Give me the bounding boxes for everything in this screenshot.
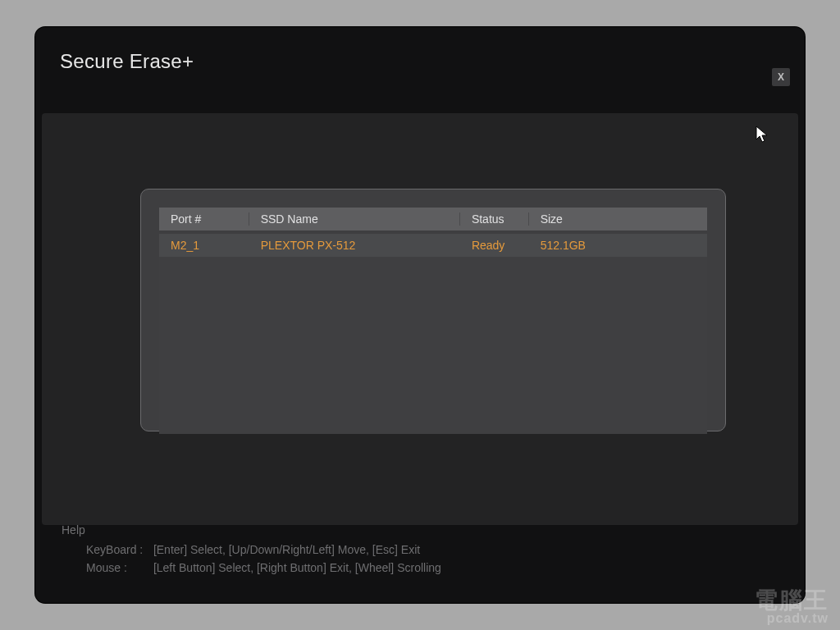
ssd-table-frame: Port # SSD Name Status Size M2_1 PLEXTOR… <box>140 189 726 431</box>
secure-erase-window: Secure Erase+ X Port # SSD Name Status S… <box>35 27 805 603</box>
ssd-table: Port # SSD Name Status Size M2_1 PLEXTOR… <box>159 208 707 434</box>
table-empty-area[interactable] <box>159 257 707 434</box>
col-header-status: Status <box>460 212 529 226</box>
table-row[interactable]: M2_1 PLEXTOR PX-512 Ready 512.1GB <box>159 234 707 257</box>
cell-status: Ready <box>460 239 529 252</box>
help-block: Help KeyBoard : [Enter] Select, [Up/Down… <box>62 521 441 577</box>
col-header-port: Port # <box>159 212 249 226</box>
watermark-line2: pcadv.tw <box>755 612 829 625</box>
help-keyboard-label: KeyBoard : <box>86 541 150 559</box>
table-header-row: Port # SSD Name Status Size <box>159 208 707 231</box>
close-icon: X <box>778 71 784 83</box>
cell-port: M2_1 <box>159 239 249 252</box>
help-mouse: Mouse : [Left Button] Select, [Right But… <box>62 559 441 577</box>
close-button[interactable]: X <box>772 68 790 86</box>
help-title: Help <box>62 521 441 539</box>
title-bar: Secure Erase+ X <box>35 27 805 84</box>
help-mouse-label: Mouse : <box>86 559 150 577</box>
col-header-size: Size <box>529 212 707 226</box>
help-keyboard-text: [Enter] Select, [Up/Down/Right/Left] Mov… <box>153 543 420 556</box>
content-panel: Port # SSD Name Status Size M2_1 PLEXTOR… <box>42 113 798 525</box>
col-header-ssd-name: SSD Name <box>249 212 460 226</box>
help-mouse-text: [Left Button] Select, [Right Button] Exi… <box>153 561 441 574</box>
window-title: Secure Erase+ <box>60 50 805 73</box>
cell-size: 512.1GB <box>529 239 707 252</box>
cell-ssd-name: PLEXTOR PX-512 <box>249 239 460 252</box>
help-keyboard: KeyBoard : [Enter] Select, [Up/Down/Righ… <box>62 541 441 559</box>
